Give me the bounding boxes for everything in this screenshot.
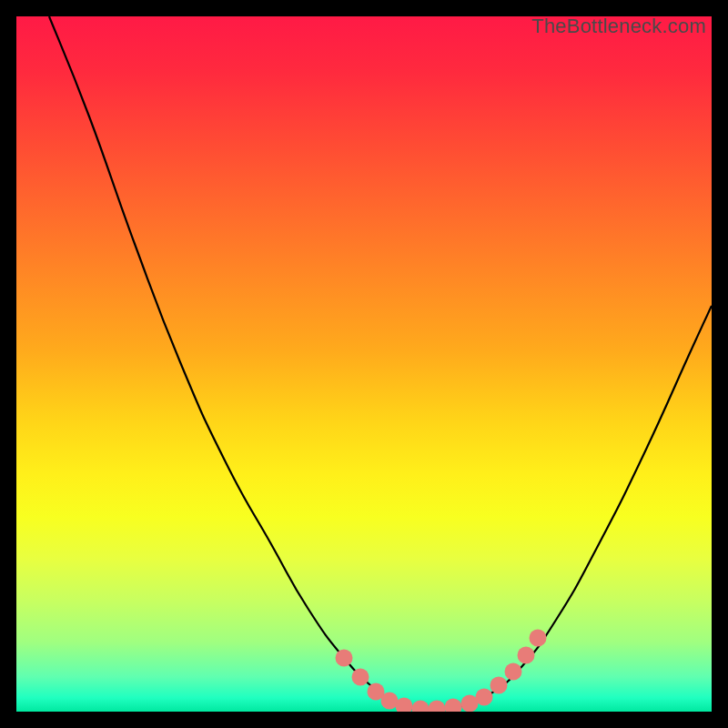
marker-group [336,630,547,713]
chart-frame: TheBottleneck.com [0,0,728,728]
marker-dot [412,701,430,713]
marker-dot [518,647,535,664]
chart-plot-area: TheBottleneck.com [16,16,712,712]
marker-dot [429,701,446,713]
chart-svg [16,16,712,712]
marker-dot [445,699,462,713]
marker-dot [490,677,508,694]
marker-dot [336,650,353,667]
marker-dot [505,663,522,681]
marker-dot [476,689,493,706]
marker-dot [530,630,547,647]
curve-line [49,16,712,710]
marker-dot [352,669,369,686]
